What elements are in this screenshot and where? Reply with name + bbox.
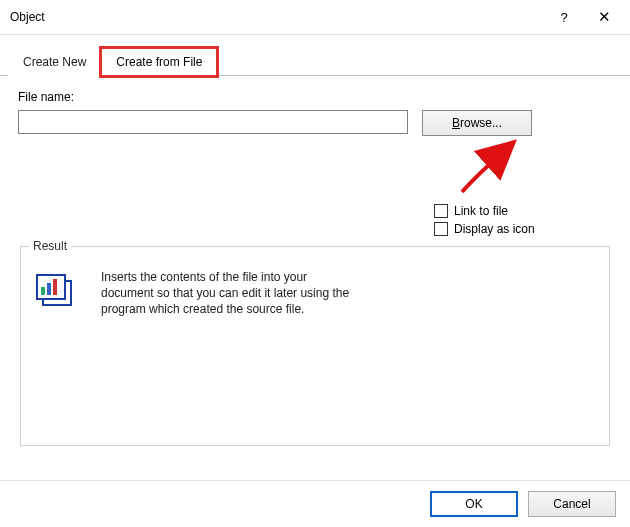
- display-as-icon-label: Display as icon: [454, 222, 535, 236]
- tab-create-from-file[interactable]: Create from File: [101, 48, 217, 76]
- options: Link to file Display as icon: [434, 204, 612, 236]
- titlebar: Object ? ✕: [0, 0, 630, 34]
- dialog-title: Object: [10, 10, 45, 24]
- dialog-footer: OK Cancel: [430, 491, 616, 517]
- svg-rect-2: [41, 287, 45, 295]
- result-legend: Result: [29, 239, 71, 253]
- filename-label: File name:: [18, 90, 612, 104]
- browse-button[interactable]: Browse...: [422, 110, 532, 136]
- link-to-file-row: Link to file: [434, 204, 612, 218]
- result-description: Inserts the contents of the file into yo…: [101, 269, 361, 318]
- close-icon: ✕: [598, 8, 611, 26]
- result-icon: [33, 269, 81, 317]
- result-group: Result Inserts the contents of the file …: [20, 246, 610, 446]
- svg-rect-4: [53, 279, 57, 295]
- link-to-file-label: Link to file: [454, 204, 508, 218]
- close-button[interactable]: ✕: [584, 3, 624, 31]
- cancel-button[interactable]: Cancel: [528, 491, 616, 517]
- tabs: Create New Create from File: [0, 35, 630, 76]
- tab-create-new[interactable]: Create New: [8, 48, 101, 76]
- svg-rect-3: [47, 283, 51, 295]
- link-to-file-checkbox[interactable]: [434, 204, 448, 218]
- annotation-arrow-icon: [454, 134, 534, 194]
- ok-button[interactable]: OK: [430, 491, 518, 517]
- filename-input[interactable]: [18, 110, 408, 134]
- content: File name: Browse... Link to file Displa…: [0, 76, 630, 454]
- help-button[interactable]: ?: [544, 3, 584, 31]
- display-as-icon-row: Display as icon: [434, 222, 612, 236]
- display-as-icon-checkbox[interactable]: [434, 222, 448, 236]
